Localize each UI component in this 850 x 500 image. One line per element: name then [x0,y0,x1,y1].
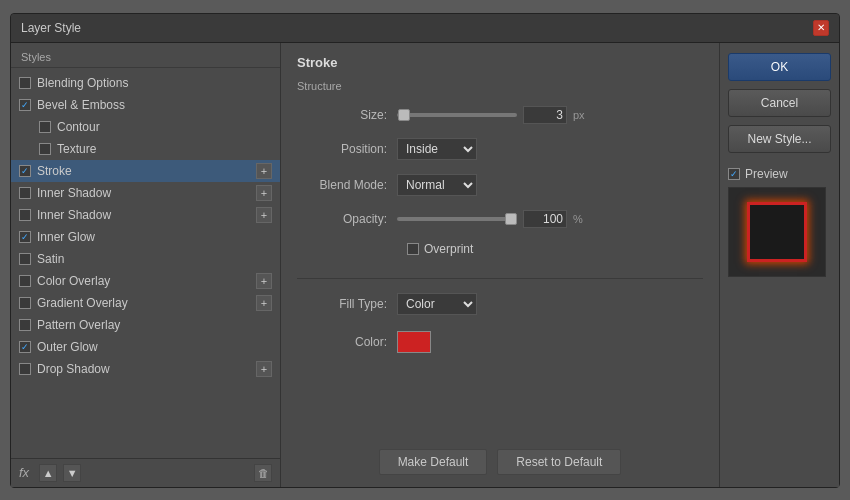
sidebar-item-stroke[interactable]: ✓ Stroke + [11,160,280,182]
preview-row: ✓ Preview [728,167,831,181]
overprint-label: Overprint [424,242,473,256]
drop-shadow-label: Drop Shadow [37,362,110,376]
right-panel: OK Cancel New Style... ✓ Preview [719,43,839,487]
preview-checkbox[interactable]: ✓ [728,168,740,180]
size-slider[interactable] [397,113,517,117]
sidebar-item-inner-shadow-2[interactable]: Inner Shadow + [11,204,280,226]
inner-shadow-2-label: Inner Shadow [37,208,111,222]
opacity-unit: % [573,213,583,225]
fill-type-select[interactable]: Color Gradient Pattern [397,293,477,315]
contour-label: Contour [57,120,100,134]
preview-label: Preview [745,167,788,181]
position-select[interactable]: Inside Outside Center [397,138,477,160]
sidebar-item-inner-shadow-1[interactable]: Inner Shadow + [11,182,280,204]
delete-button[interactable]: 🗑 [254,464,272,482]
overprint-checkbox[interactable] [407,243,419,255]
inner-shadow-1-add-button[interactable]: + [256,185,272,201]
color-swatch[interactable] [397,331,431,353]
position-label: Position: [297,142,397,156]
stroke-add-button[interactable]: + [256,163,272,179]
inner-shadow-1-label: Inner Shadow [37,186,111,200]
dialog-title: Layer Style [21,21,81,35]
inner-shadow-1-checkbox[interactable] [19,187,31,199]
ok-button[interactable]: OK [728,53,831,81]
divider [297,278,703,279]
inner-shadow-2-checkbox[interactable] [19,209,31,221]
outer-glow-checkbox[interactable]: ✓ [19,341,31,353]
title-bar: Layer Style ✕ [11,14,839,43]
satin-label: Satin [37,252,64,266]
sidebar-item-color-overlay[interactable]: Color Overlay + [11,270,280,292]
left-panel-footer: fx ▲ ▼ 🗑 [11,458,280,487]
preview-inner [747,202,807,262]
color-overlay-add-button[interactable]: + [256,273,272,289]
contour-checkbox[interactable] [39,121,51,133]
styles-header: Styles [11,43,280,68]
move-down-button[interactable]: ▼ [63,464,81,482]
drop-shadow-add-button[interactable]: + [256,361,272,377]
fill-type-label: Fill Type: [297,297,397,311]
blend-mode-row: Blend Mode: Normal Multiply Screen Overl… [297,174,703,196]
sidebar-item-pattern-overlay[interactable]: Pattern Overlay [11,314,280,336]
position-row: Position: Inside Outside Center [297,138,703,160]
dialog-body: Styles Blending Options ✓ Bevel & Emboss… [11,43,839,487]
outer-glow-label: Outer Glow [37,340,98,354]
styles-list: Blending Options ✓ Bevel & Emboss Contou… [11,68,280,458]
inner-shadow-2-add-button[interactable]: + [256,207,272,223]
sidebar-item-contour[interactable]: Contour [11,116,280,138]
sidebar-item-drop-shadow[interactable]: Drop Shadow + [11,358,280,380]
sidebar-item-outer-glow[interactable]: ✓ Outer Glow [11,336,280,358]
sidebar-item-bevel-emboss[interactable]: ✓ Bevel & Emboss [11,94,280,116]
size-unit: px [573,109,585,121]
fill-type-row: Fill Type: Color Gradient Pattern [297,293,703,315]
size-slider-container: px [397,106,703,124]
bevel-emboss-label: Bevel & Emboss [37,98,125,112]
preview-box [728,187,826,277]
texture-checkbox[interactable] [39,143,51,155]
satin-checkbox[interactable] [19,253,31,265]
size-label: Size: [297,108,397,122]
layer-style-dialog: Layer Style ✕ Styles Blending Options ✓ … [10,13,840,488]
color-label: Color: [297,335,397,349]
opacity-label: Opacity: [297,212,397,226]
middle-panel: Stroke Structure Size: px Position: Insi… [281,43,719,487]
preview-container: ✓ Preview [728,167,831,277]
color-overlay-label: Color Overlay [37,274,110,288]
sidebar-item-gradient-overlay[interactable]: Gradient Overlay + [11,292,280,314]
inner-glow-label: Inner Glow [37,230,95,244]
drop-shadow-checkbox[interactable] [19,363,31,375]
texture-label: Texture [57,142,96,156]
make-default-button[interactable]: Make Default [379,449,488,475]
opacity-row: Opacity: % [297,210,703,228]
close-button[interactable]: ✕ [813,20,829,36]
reset-default-button[interactable]: Reset to Default [497,449,621,475]
blend-mode-label: Blend Mode: [297,178,397,192]
sidebar-item-satin[interactable]: Satin [11,248,280,270]
blend-mode-select[interactable]: Normal Multiply Screen Overlay [397,174,477,196]
inner-glow-checkbox[interactable]: ✓ [19,231,31,243]
pattern-overlay-checkbox[interactable] [19,319,31,331]
gradient-overlay-checkbox[interactable] [19,297,31,309]
overprint-row: Overprint [407,242,703,256]
left-panel: Styles Blending Options ✓ Bevel & Emboss… [11,43,281,487]
move-up-button[interactable]: ▲ [39,464,57,482]
opacity-input[interactable] [523,210,567,228]
blending-options-checkbox[interactable] [19,77,31,89]
sidebar-item-blending-options[interactable]: Blending Options [11,72,280,94]
bevel-emboss-checkbox[interactable]: ✓ [19,99,31,111]
color-row: Color: [297,331,703,353]
structure-subsection-title: Structure [297,80,703,92]
opacity-slider[interactable] [397,217,517,221]
stroke-checkbox[interactable]: ✓ [19,165,31,177]
pattern-overlay-label: Pattern Overlay [37,318,120,332]
stroke-section-title: Stroke [297,55,703,70]
color-overlay-checkbox[interactable] [19,275,31,287]
gradient-overlay-add-button[interactable]: + [256,295,272,311]
new-style-button[interactable]: New Style... [728,125,831,153]
fx-label: fx [19,465,29,480]
bottom-buttons: Make Default Reset to Default [297,449,703,475]
sidebar-item-inner-glow[interactable]: ✓ Inner Glow [11,226,280,248]
sidebar-item-texture[interactable]: Texture [11,138,280,160]
size-input[interactable] [523,106,567,124]
cancel-button[interactable]: Cancel [728,89,831,117]
